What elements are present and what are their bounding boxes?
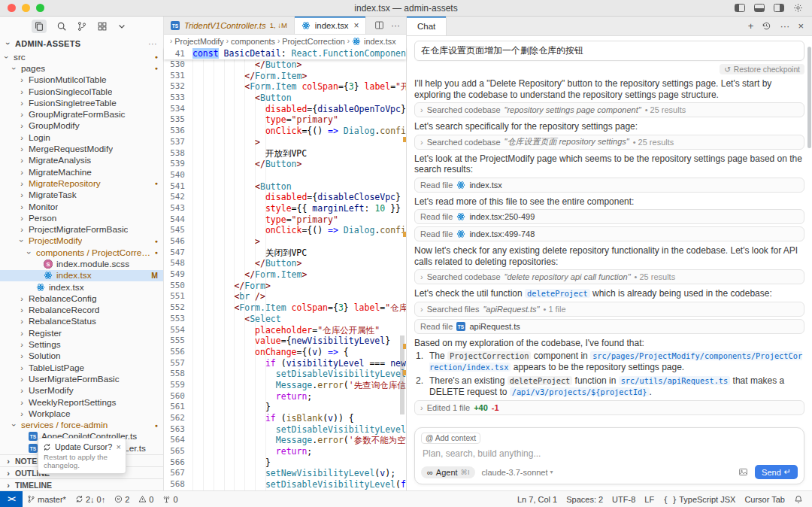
tool-call-search[interactable]: ›Searched codebase"repository settings p… <box>414 102 804 117</box>
tree-folder-components-projectcorrection[interactable]: ›components / ProjectCorrection● <box>0 247 163 258</box>
status-item-ln-7-col-1[interactable]: Ln 7, Col 1 <box>513 491 562 507</box>
close-tab-icon[interactable]: × <box>353 20 359 31</box>
tree-folder-migraterepository[interactable]: ›MigrateRepository● <box>0 178 163 189</box>
tree-folder-services-force-admin[interactable]: ›services / force-admin● <box>0 420 163 431</box>
code-line-534[interactable]: 534 disabled={disableOpenToVpc} <box>164 104 406 115</box>
extensions-icon[interactable] <box>97 21 108 32</box>
toggle-sidebar-icon[interactable] <box>735 4 745 12</box>
tree-folder-tablelistpage[interactable]: ›TableListPage <box>0 362 163 373</box>
zoom-window-button[interactable] <box>36 4 44 12</box>
timeline-section[interactable]: › TIMELINE <box>0 478 163 490</box>
chevron-down-icon[interactable] <box>117 22 126 31</box>
code-line-561[interactable]: 561 } <box>164 402 406 413</box>
code-line-553[interactable]: 553 <Select <box>164 314 406 325</box>
agent-mode-selector[interactable]: ∞ Agent ⌘I <box>421 466 475 478</box>
breadcrumb-item[interactable]: index.tsx <box>364 37 396 46</box>
code-line-541[interactable]: 541 <Button <box>164 181 406 193</box>
status-item-warning[interactable]: 0 <box>134 491 158 507</box>
tree-folder-src[interactable]: ›src● <box>0 51 163 62</box>
code-line-557[interactable]: 557 if (visibilityLevel === newVisibilit… <box>164 358 406 369</box>
tree-folder-usermigrateformbasic[interactable]: ›UserMigrateFormBasic <box>0 373 163 384</box>
tool-call-read-file[interactable]: Read fileindex.tsx:499-748 <box>414 226 804 241</box>
code-line-536[interactable]: 536 onClick={() => Dialog.confirm({ <box>164 126 406 137</box>
tab-chat[interactable]: Chat <box>407 17 447 35</box>
code-line-568[interactable]: 568 setDisableVisibilityLevel(false); <box>164 479 406 490</box>
code-line-546[interactable]: 546 > <box>164 236 406 247</box>
restore-checkpoint-button[interactable]: ↺Restore checkpoint <box>720 64 804 74</box>
tool-call-read-file[interactable]: Read fileindex.tsx <box>414 178 804 193</box>
more-actions-icon[interactable]: ··· <box>148 39 157 48</box>
tree-file-index.module.scss[interactable]: Sindex.module.scss <box>0 258 163 269</box>
chat-history-icon[interactable] <box>762 21 771 31</box>
status-item-error[interactable]: 2 <box>110 491 134 507</box>
status-item-branch[interactable]: master* <box>23 491 71 507</box>
code-line-538[interactable]: 538 开放到VPC <box>164 148 406 159</box>
code-line-547[interactable]: 547 关闭到VPC <box>164 247 406 259</box>
code-line-531[interactable]: 531 </Form.Item> <box>164 71 406 82</box>
code-line-550[interactable]: 550 </Form> <box>164 281 406 292</box>
code-line-537[interactable]: 537 > <box>164 137 406 148</box>
code-line-539[interactable]: 539 </Button> <box>164 159 406 170</box>
send-button[interactable]: Send ↵ <box>755 465 798 479</box>
tree-folder-projectmodify[interactable]: ›ProjectModify● <box>0 235 163 247</box>
tree-folder-monitor[interactable]: ›Monitor <box>0 201 163 212</box>
code-line-565[interactable]: 565 return; <box>164 446 406 457</box>
code-line-533[interactable]: 533 <Button <box>164 93 406 104</box>
tree-folder-settings[interactable]: ›Settings <box>0 339 163 350</box>
tree-folder-usermodify[interactable]: ›UserModify <box>0 385 163 396</box>
code-line-564[interactable]: 564 Message.error('参数不能为空'); <box>164 435 406 446</box>
chat-more-icon[interactable]: ··· <box>780 20 789 32</box>
settings-gear-icon[interactable] <box>793 3 803 13</box>
tree-folder-fusionsingletreetable[interactable]: ›FusionSingletreeTable <box>0 97 163 108</box>
split-editor-icon[interactable] <box>374 20 384 30</box>
chat-input-box[interactable]: @ Add context Plan, search, build anythi… <box>414 427 804 484</box>
tree-folder-groupmodify[interactable]: ›GroupModify <box>0 120 163 132</box>
status-item-lf[interactable]: LF <box>640 491 659 507</box>
code-line-554[interactable]: 554 placeholder="仓库公开属性" <box>164 325 406 336</box>
status-item-spaces-2[interactable]: Spaces: 2 <box>562 491 607 507</box>
code-line-545[interactable]: 545 onClick={() => Dialog.confirm({ <box>164 225 406 236</box>
tool-call-read-file[interactable]: Read fileindex.tsx:250-499 <box>414 209 804 224</box>
status-item-braces[interactable]: { }TypeScript JSX <box>659 491 740 507</box>
code-line-560[interactable]: 560 return; <box>164 391 406 402</box>
tree-folder-weeklyreportsettings[interactable]: ›WeeklyReportSettings <box>0 396 163 408</box>
code-line-556[interactable]: 556 onChange={(v) => { <box>164 347 406 358</box>
tree-folder-fusionsinglecoltable[interactable]: ›FusionSinglecolTable <box>0 86 163 97</box>
code-line-530[interactable]: 530 </Button> <box>164 59 406 71</box>
tool-call-search[interactable]: ›Searched codebase"仓库设置页面 repository set… <box>414 135 804 150</box>
code-line-562[interactable]: 562 if (isBlank(v)) { <box>164 413 406 424</box>
chat-input-placeholder[interactable]: Plan, search, build anything... <box>423 448 796 459</box>
sticky-scroll-line[interactable]: 41 const BasicDetail: React.FunctionComp… <box>164 47 406 59</box>
tree-folder-groupmigrateformbasic[interactable]: ›GroupMigrateFormBasic <box>0 108 163 120</box>
add-context-button[interactable]: @ Add context <box>421 433 480 444</box>
code-line-549[interactable]: 549 </Form.Item> <box>164 269 406 281</box>
minimize-window-button[interactable] <box>22 4 30 12</box>
tree-folder-solution[interactable]: ›Solution <box>0 351 163 362</box>
tree-folder-workplace[interactable]: ›Workplace <box>0 408 163 419</box>
code-line-566[interactable]: 566 } <box>164 457 406 469</box>
tree-folder-person[interactable]: ›Person <box>0 212 163 223</box>
code-line-567[interactable]: 567 setNewVisibilityLevel(v); <box>164 468 406 479</box>
tab-index-tsx[interactable]: index.tsx × <box>295 17 367 34</box>
code-line-563[interactable]: 563 setDisableVisibilityLevel(true); <box>164 424 406 436</box>
tree-folder-rebalancerecord[interactable]: ›RebalanceRecord <box>0 305 163 316</box>
tree-folder-migratetask[interactable]: ›MigrateTask <box>0 190 163 201</box>
tool-call-edited-file[interactable]: ›Edited 1 file+40-1 <box>414 400 804 415</box>
code-link[interactable]: /api/v3/projects/${projectId} <box>510 387 650 396</box>
status-item-utf-8[interactable]: UTF-8 <box>607 491 640 507</box>
search-icon[interactable] <box>56 21 67 32</box>
tree-folder-projectmigrateformbasic[interactable]: ›ProjectMigrateFormBasic <box>0 223 163 235</box>
toggle-panel-icon[interactable] <box>754 4 765 12</box>
status-item-bell[interactable] <box>789 491 807 507</box>
tree-folder-rebalancestatus[interactable]: ›RebalanceStatus <box>0 316 163 327</box>
code-editor[interactable]: 530 </Button>531 </Form.Item>532 <Form.I… <box>164 59 406 490</box>
tool-call-read-file[interactable]: Read fileTSapiRequest.ts <box>414 319 804 334</box>
editor-more-actions-icon[interactable]: ··· <box>391 20 400 31</box>
code-line-532[interactable]: 532 <Form.Item colSpan={3} label="开放" <box>164 81 406 93</box>
code-line-555[interactable]: 555 value={newVisibilityLevel} <box>164 335 406 347</box>
tree-folder-login[interactable]: ›Login <box>0 132 163 143</box>
close-window-button[interactable] <box>8 4 16 12</box>
code-line-543[interactable]: 543 style={{ marginLeft: 10 }} <box>164 203 406 214</box>
status-item-radio[interactable]: 0 <box>158 491 182 507</box>
status-item-sync[interactable]: 2↓ 0↑ <box>71 491 110 507</box>
